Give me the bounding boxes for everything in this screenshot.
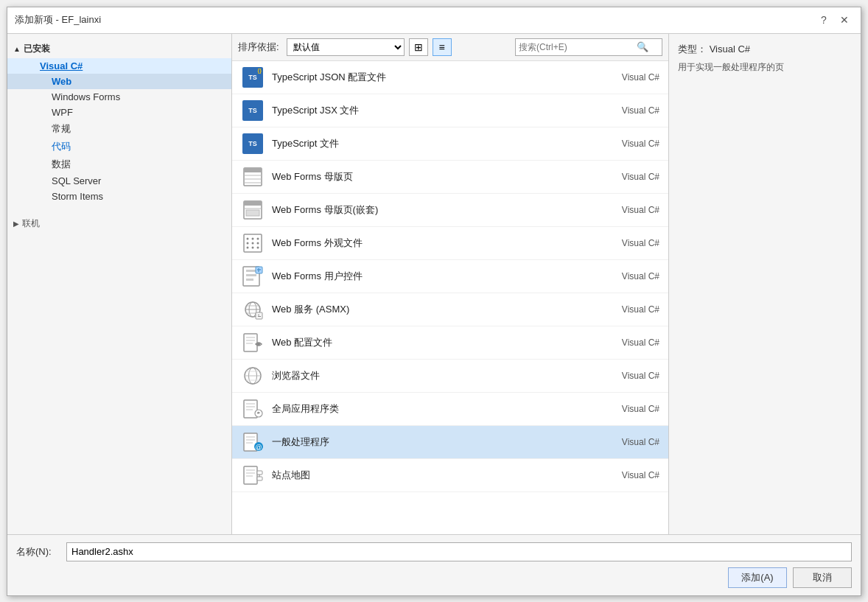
item-icon-gear-doc bbox=[241, 397, 265, 421]
item-name: Web 配置文件 bbox=[272, 336, 593, 349]
type-prefix: 类型： bbox=[678, 43, 707, 55]
grid-view-button[interactable]: ⊞ bbox=[409, 38, 428, 56]
items-list: TS {} TypeScript JSON 配置文件 Visual C# TS … bbox=[232, 61, 668, 534]
item-category: Visual C# bbox=[601, 404, 659, 414]
item-icon-ts-json: TS {} bbox=[241, 66, 265, 89]
svg-rect-57 bbox=[257, 477, 262, 480]
visual-c-label: Visual C# bbox=[40, 60, 83, 71]
svg-rect-58 bbox=[257, 471, 262, 475]
tree-windows-forms[interactable]: Windows Forms bbox=[7, 89, 231, 105]
item-name: TypeScript JSON 配置文件 bbox=[272, 71, 593, 84]
toolbar-row: 排序依据: 默认值 ⊞ ≡ 🔍 bbox=[232, 34, 668, 61]
svg-point-12 bbox=[257, 237, 259, 239]
svg-rect-31 bbox=[256, 312, 262, 319]
list-item[interactable]: TS {} TypeScript JSON 配置文件 Visual C# bbox=[232, 61, 668, 94]
list-item[interactable]: Web Forms 母版页(嵌套) Visual C# bbox=[232, 194, 668, 227]
list-item[interactable]: Web Forms 母版页 Visual C# bbox=[232, 161, 668, 194]
search-icon: 🔍 bbox=[637, 41, 648, 52]
right-type: 类型： Visual C# bbox=[678, 43, 852, 56]
svg-rect-21 bbox=[246, 274, 256, 276]
name-label: 名称(N): bbox=[16, 545, 60, 559]
list-item[interactable]: TS TypeScript JSX 文件 Visual C# bbox=[232, 94, 668, 127]
name-input[interactable] bbox=[66, 542, 852, 561]
tree-storm[interactable]: Storm Items bbox=[7, 189, 231, 204]
cancel-button[interactable]: 取消 bbox=[793, 567, 852, 588]
add-button[interactable]: 添加(A) bbox=[728, 567, 787, 588]
item-name: TypeScript 文件 bbox=[272, 137, 593, 150]
tree-sql[interactable]: SQL Server bbox=[7, 173, 231, 189]
item-category: Visual C# bbox=[601, 72, 659, 83]
tree-web[interactable]: Web bbox=[7, 74, 231, 89]
tree-wpf[interactable]: WPF bbox=[7, 105, 231, 120]
item-category: Visual C# bbox=[601, 238, 659, 248]
code-label: 代码 bbox=[52, 141, 71, 152]
right-panel: 类型： Visual C# 用于实现一般处理程序的页 bbox=[669, 34, 861, 534]
item-category: Visual C# bbox=[601, 205, 659, 215]
item-category: Visual C# bbox=[601, 371, 659, 381]
item-name: Web Forms 母版页 bbox=[272, 170, 593, 183]
svg-rect-53 bbox=[244, 466, 257, 484]
list-item[interactable]: TS TypeScript 文件 Visual C# bbox=[232, 127, 668, 161]
type-value: Visual C# bbox=[710, 43, 750, 55]
item-icon-sitemap bbox=[241, 463, 265, 487]
list-item[interactable]: 全局应用程序类 Visual C# bbox=[232, 393, 668, 426]
online-section[interactable]: ▶ 联机 bbox=[7, 213, 231, 231]
item-name: 浏览器文件 bbox=[272, 369, 593, 382]
item-icon-ts-jsx: TS bbox=[241, 99, 265, 122]
svg-point-15 bbox=[257, 242, 259, 244]
title-bar-left: 添加新项 - EF_lainxi bbox=[15, 13, 101, 27]
web-label: Web bbox=[52, 76, 71, 87]
item-icon-ts-file: TS bbox=[241, 132, 265, 155]
item-name: 一般处理程序 bbox=[272, 435, 593, 449]
storm-label: Storm Items bbox=[52, 191, 103, 202]
item-icon-gear-globe bbox=[241, 298, 265, 321]
list-view-button[interactable]: ≡ bbox=[433, 38, 452, 56]
tree-code[interactable]: 代码 bbox=[7, 138, 231, 155]
list-item[interactable]: 浏览器文件 Visual C# bbox=[232, 360, 668, 393]
normal-label: 常规 bbox=[52, 123, 71, 134]
help-button[interactable]: ? bbox=[815, 11, 833, 29]
sort-label: 排序依据: bbox=[238, 41, 279, 54]
search-input[interactable] bbox=[519, 42, 637, 52]
installed-arrow: ▲ bbox=[13, 45, 21, 53]
add-item-dialog: 添加新项 - EF_lainxi ? ✕ ▲ 已安装 Visual C# Web… bbox=[7, 7, 861, 596]
list-item[interactable]: Web Forms 用户控件 Visual C# bbox=[232, 260, 668, 293]
svg-rect-22 bbox=[246, 279, 253, 281]
installed-section[interactable]: ▲ 已安装 bbox=[7, 40, 231, 58]
svg-point-11 bbox=[252, 237, 254, 239]
list-item-selected[interactable]: @ 一般处理程序 Visual C# bbox=[232, 426, 668, 459]
list-item[interactable]: Web 服务 (ASMX) Visual C# bbox=[232, 293, 668, 326]
tree-normal[interactable]: 常规 bbox=[7, 120, 231, 138]
tree-visual-c[interactable]: Visual C# bbox=[7, 58, 231, 74]
item-category: Visual C# bbox=[601, 337, 659, 348]
item-icon-dotgrid bbox=[241, 231, 265, 255]
windows-forms-label: Windows Forms bbox=[52, 91, 120, 102]
item-icon-handler: @ bbox=[241, 430, 265, 454]
item-category: Visual C# bbox=[601, 105, 659, 116]
online-arrow: ▶ bbox=[13, 220, 19, 228]
wpf-label: WPF bbox=[52, 107, 73, 118]
item-category: Visual C# bbox=[601, 437, 659, 447]
list-item[interactable]: Web 配置文件 Visual C# bbox=[232, 326, 668, 360]
list-item[interactable]: Web Forms 外观文件 Visual C# bbox=[232, 227, 668, 260]
left-panel: ▲ 已安装 Visual C# Web Windows Forms WPF 常规… bbox=[7, 34, 232, 534]
sql-label: SQL Server bbox=[52, 175, 101, 186]
tree-data[interactable]: 数据 bbox=[7, 155, 231, 173]
item-category: Visual C# bbox=[601, 304, 659, 315]
online-label: 联机 bbox=[22, 217, 40, 230]
svg-point-13 bbox=[247, 242, 249, 244]
svg-text:@: @ bbox=[255, 444, 262, 451]
close-button[interactable]: ✕ bbox=[836, 11, 853, 29]
svg-rect-32 bbox=[244, 334, 257, 351]
sort-select[interactable]: 默认值 bbox=[287, 38, 405, 56]
svg-point-10 bbox=[247, 237, 249, 239]
item-name: Web Forms 外观文件 bbox=[272, 237, 593, 250]
svg-rect-1 bbox=[244, 168, 262, 172]
svg-point-18 bbox=[257, 246, 259, 248]
item-category: Visual C# bbox=[601, 271, 659, 281]
buttons-row: 添加(A) 取消 bbox=[16, 567, 852, 588]
item-name: Web Forms 用户控件 bbox=[272, 270, 593, 283]
item-name: TypeScript JSX 文件 bbox=[272, 104, 593, 117]
list-item[interactable]: 站点地图 Visual C# bbox=[232, 459, 668, 492]
search-box: 🔍 bbox=[515, 38, 662, 56]
